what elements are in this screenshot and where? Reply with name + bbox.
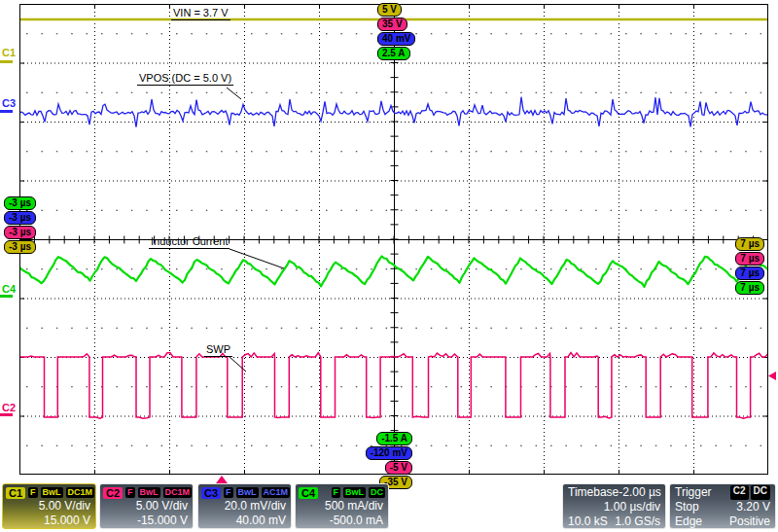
trigger-title: Trigger: [675, 485, 712, 500]
c2-bwl-badge: BwL: [138, 487, 160, 498]
c4-zero-marker[interactable]: [0, 295, 13, 298]
c4-offset: -500.0 mA: [296, 514, 388, 528]
c1-coupling-badge: DC1M: [66, 487, 95, 498]
timebase-scale: 1.00 µs/div: [604, 500, 660, 514]
trigger-source-badge: C2: [730, 485, 749, 500]
c4-amps-per-div: 500 mA/div: [296, 499, 388, 514]
cursor-right-c1-pill[interactable]: 7 µs: [735, 237, 764, 251]
trigger-level: 3.20 V: [736, 500, 770, 514]
bottom-value-c2-pill: -5 V: [385, 461, 412, 475]
c3-bwl-badge: BwL: [236, 487, 259, 498]
channel-box-c2[interactable]: C2 F BwL DC1M 5.00 V/div -15.000 V: [99, 483, 194, 529]
cursor-left-c1-pill[interactable]: -3 µs: [4, 240, 36, 254]
c1-volts-per-div: 5.00 V/div: [3, 499, 95, 514]
bottom-value-c3-pill: -120 mV: [366, 446, 412, 460]
c4-bwl-badge: BwL: [343, 487, 366, 498]
c2-channel-badge: C2: [103, 487, 123, 499]
cursor-right-c2-pill[interactable]: 7 µs: [735, 252, 764, 266]
trigger-slope: Positive: [729, 514, 770, 529]
trigger-coupling-badge: DC: [751, 485, 770, 500]
c2-coupling-badge: DC1M: [163, 487, 193, 498]
cursor-left-c3-pill[interactable]: -3 µs: [4, 211, 36, 225]
timebase-rate: 1.0 GS/s: [615, 514, 660, 529]
right-cursor-readouts: 7 µs 7 µs 7 µs 7 µs: [735, 237, 764, 295]
c3-coupling-badge: AC1M: [262, 487, 291, 498]
c1-bwl-badge: BwL: [41, 487, 63, 498]
top-value-c2-pill: 35 V: [377, 18, 407, 31]
c3-offset: 40.00 mV: [198, 514, 291, 528]
c1-zero-label[interactable]: C1: [2, 48, 16, 58]
cursor-left-c4-pill[interactable]: -3 µs: [4, 196, 36, 210]
c3-zero-label[interactable]: C3: [2, 98, 16, 109]
timebase-box[interactable]: Timebase -2.00 µs 1.00 µs/div 10.0 kS 1.…: [562, 483, 666, 529]
cursor-left-c2-pill[interactable]: -3 µs: [4, 226, 36, 239]
trigger-type: Edge: [675, 514, 702, 529]
c2-volts-per-div: 5.00 V/div: [100, 499, 193, 514]
top-value-c3-pill: 40 mV: [377, 32, 415, 46]
left-cursor-readouts: -3 µs -3 µs -3 µs -3 µs: [4, 196, 36, 254]
c3-channel-badge: C3: [201, 487, 221, 499]
c1-offset: 15.000 V: [3, 514, 95, 528]
c1-channel-badge: C1: [6, 487, 25, 499]
oscilloscope-screen: { "grid": {"x":20,"y":4,"w":770,"h":484,…: [0, 0, 778, 532]
trigger-box[interactable]: Trigger C2 DC Stop 3.20 V Edge Positive: [669, 483, 776, 529]
cursor-right-c3-pill[interactable]: 7 µs: [735, 266, 764, 280]
vin-label: VIN = 3.7 V: [171, 7, 230, 20]
c3-filter-badge: F: [224, 487, 233, 498]
c2-filter-badge: F: [125, 487, 135, 498]
c2-zero-label[interactable]: C2: [2, 403, 16, 413]
bottom-value-c4-pill: -1.5 A: [376, 432, 412, 445]
top-value-c1-pill: 5 V: [377, 3, 402, 17]
top-value-c4-pill: 2.5 A: [377, 47, 410, 60]
timebase-title: Timebase: [568, 485, 619, 500]
c4-zero-label[interactable]: C4: [2, 284, 16, 295]
c4-channel-badge: C4: [299, 487, 318, 499]
top-edge-readouts: 5 V 35 V 40 mV 2.5 A: [377, 3, 415, 60]
c2-offset: -15.000 V: [100, 514, 193, 528]
c4-filter-badge: F: [332, 487, 341, 498]
c1-zero-marker[interactable]: [0, 60, 13, 63]
c3-volts-per-div: 20.0 mV/div: [198, 499, 291, 514]
trigger-mode: Stop: [675, 500, 699, 514]
channel-box-c1[interactable]: C1 F BwL DC1M 5.00 V/div 15.000 V: [2, 483, 96, 529]
vpos-label: VPOS (DC = 5.0 V): [137, 72, 233, 86]
c4-coupling-badge: DC: [369, 487, 385, 498]
c2-swp-trace: [19, 353, 778, 419]
channel-box-c3[interactable]: C3 F BwL AC1M 20.0 mV/div 40.00 mV: [197, 483, 292, 529]
cursor-right-c4-pill[interactable]: 7 µs: [735, 281, 764, 295]
inductor-label: Inductor Current: [149, 235, 230, 249]
swp-label: SWP: [204, 343, 232, 357]
timebase-delay: -2.00 µs: [619, 485, 661, 500]
channel-box-c4[interactable]: C4 F BwL DC 500 mA/div -500.0 mA: [295, 483, 389, 529]
c2-zero-marker[interactable]: [0, 413, 13, 416]
timebase-samples: 10.0 kS: [568, 514, 608, 529]
c3-zero-marker[interactable]: [0, 110, 13, 113]
bottom-edge-readouts: -1.5 A -120 mV -5 V -35 V: [301, 432, 412, 489]
c1-filter-badge: F: [28, 487, 38, 498]
